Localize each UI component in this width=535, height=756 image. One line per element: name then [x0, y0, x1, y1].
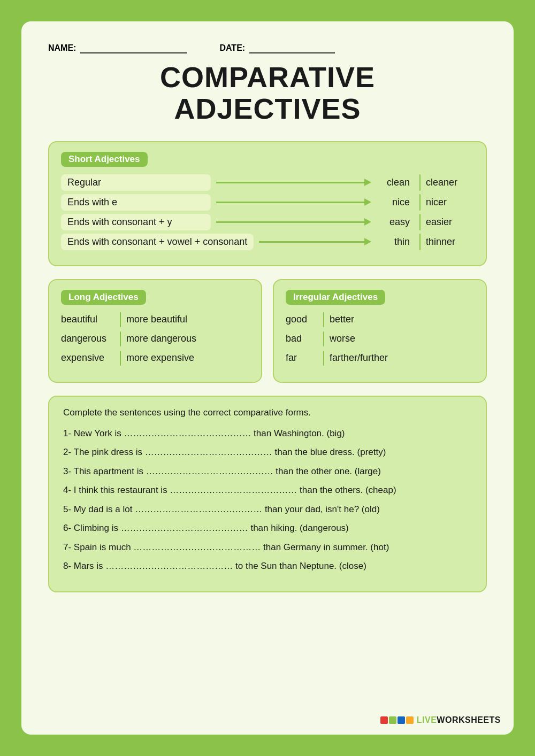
word: expensive — [61, 352, 114, 364]
exercise-item-8: 8- Mars is …………………………………… to the Sun tha… — [63, 559, 472, 573]
arrow-line — [216, 218, 371, 226]
irregular-adjectives-section: Irregular Adjectives good better bad wor… — [273, 279, 487, 383]
comparative: nicer — [426, 197, 474, 208]
word: clean — [377, 177, 414, 188]
header-fields: NAME: DATE: — [48, 43, 487, 53]
brand-square-green — [389, 716, 396, 724]
divider — [419, 194, 421, 211]
page-title: COMPARATIVE ADJECTIVES — [48, 61, 487, 125]
name-field-group: NAME: — [48, 43, 187, 53]
comparative: more expensive — [126, 352, 194, 364]
divider — [419, 174, 421, 191]
list-item: far farther/further — [286, 351, 474, 366]
comparative: thinner — [426, 236, 474, 248]
rule-label: Ends with consonant + y — [61, 214, 211, 230]
two-col-section: Long Adjectives beautiful more beautiful… — [48, 279, 487, 383]
table-row: Ends with consonant + y easy easier — [61, 214, 474, 230]
word: good — [286, 314, 318, 325]
page: NAME: DATE: COMPARATIVE ADJECTIVES Short… — [21, 21, 514, 735]
exercise-instruction: Complete the sentences using the correct… — [63, 407, 472, 418]
short-adjectives-section: Short Adjectives Regular clean cleaner E… — [48, 141, 487, 266]
table-row: Regular clean cleaner — [61, 174, 474, 191]
list-item: good better — [286, 312, 474, 327]
short-adjectives-label: Short Adjectives — [61, 152, 148, 167]
comparative: cleaner — [426, 177, 474, 188]
exercise-item-1: 1- New York is …………………………………… than Washi… — [63, 427, 472, 441]
comparative: better — [330, 314, 354, 325]
irregular-adjectives-label: Irregular Adjectives — [286, 290, 385, 305]
exercise-item-7: 7- Spain is much …………………………………… than Ger… — [63, 541, 472, 554]
arrow-line — [259, 238, 371, 245]
table-row: Ends with e nice nicer — [61, 194, 474, 211]
divider — [419, 214, 421, 230]
divider — [120, 331, 121, 346]
exercise-item-2: 2- The pink dress is …………………………………… than… — [63, 445, 472, 459]
exercise-section: Complete the sentences using the correct… — [48, 396, 487, 592]
brand-worksheets: WORKSHEETS — [437, 715, 501, 724]
word: nice — [377, 197, 414, 208]
brand-square-yellow — [406, 716, 414, 724]
divider — [323, 351, 324, 366]
word: bad — [286, 333, 318, 344]
word: far — [286, 352, 318, 364]
divider — [419, 234, 421, 250]
comparative: worse — [330, 333, 355, 344]
exercise-item-3: 3- This apartment is …………………………………… than… — [63, 465, 472, 479]
date-label: DATE: — [219, 43, 245, 53]
word: easy — [377, 217, 414, 228]
brand-icon — [380, 716, 414, 724]
comparative: more dangerous — [126, 333, 196, 344]
divider — [120, 351, 121, 366]
rule-label: Ends with consonant + vowel + consonant — [61, 234, 254, 250]
name-line — [80, 43, 187, 53]
divider — [323, 331, 324, 346]
comparative: easier — [426, 217, 474, 228]
comparative: more beautiful — [126, 314, 187, 325]
brand-footer: LIVEWORKSHEETS — [380, 715, 501, 725]
date-line — [249, 43, 335, 53]
list-item: expensive more expensive — [61, 351, 249, 366]
brand-live: LIVE — [417, 715, 437, 724]
rule-label: Regular — [61, 174, 211, 191]
list-item: bad worse — [286, 331, 474, 346]
word: dangerous — [61, 333, 114, 344]
divider — [120, 312, 121, 327]
word: thin — [377, 236, 414, 248]
arrow-line — [216, 179, 371, 186]
long-adjectives-label: Long Adjectives — [61, 290, 146, 305]
exercise-item-6: 6- Climbing is …………………………………… than hikin… — [63, 521, 472, 535]
exercise-item-5: 5- My dad is a lot …………………………………… than y… — [63, 503, 472, 516]
word: beautiful — [61, 314, 114, 325]
table-row: Ends with consonant + vowel + consonant … — [61, 234, 474, 250]
brand-square-red — [380, 716, 388, 724]
long-adjectives-section: Long Adjectives beautiful more beautiful… — [48, 279, 262, 383]
divider — [323, 312, 324, 327]
date-field-group: DATE: — [219, 43, 335, 53]
arrow-line — [216, 198, 371, 206]
brand-text: LIVEWORKSHEETS — [417, 715, 501, 725]
list-item: dangerous more dangerous — [61, 331, 249, 346]
name-label: NAME: — [48, 43, 76, 53]
exercise-item-4: 4- I think this restaurant is …………………………… — [63, 483, 472, 497]
list-item: beautiful more beautiful — [61, 312, 249, 327]
rule-label: Ends with e — [61, 194, 211, 211]
brand-square-blue — [398, 716, 405, 724]
comparative: farther/further — [330, 352, 388, 364]
